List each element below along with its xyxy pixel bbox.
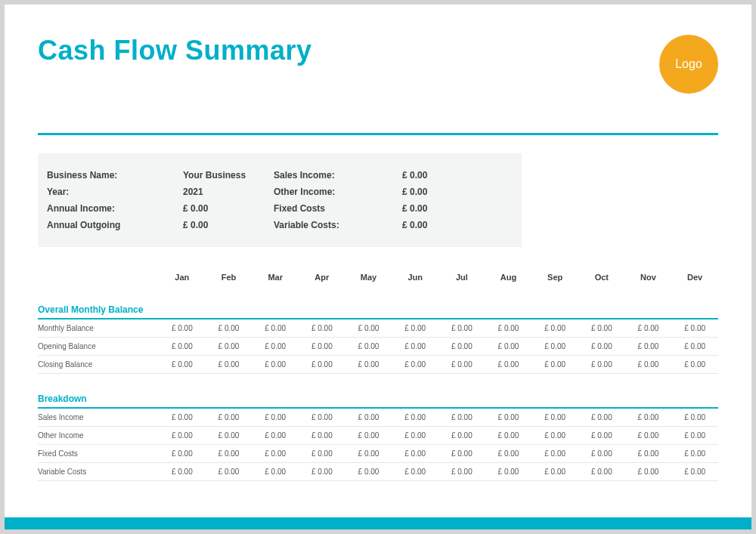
cell: £ 0.00 (299, 468, 345, 476)
month-oct: Oct (578, 273, 625, 282)
cell: £ 0.00 (299, 342, 345, 350)
cell: £ 0.00 (531, 468, 578, 476)
row-label: Opening Balance (38, 342, 159, 350)
cell: £ 0.00 (159, 342, 206, 350)
cell: £ 0.00 (485, 431, 532, 440)
cell: £ 0.00 (252, 468, 299, 476)
cell: £ 0.00 (485, 360, 532, 369)
cell: £ 0.00 (392, 360, 438, 369)
cell: £ 0.00 (578, 431, 625, 440)
cell: £ 0.00 (578, 413, 625, 421)
cell: £ 0.00 (625, 468, 672, 476)
cell: £ 0.00 (392, 413, 438, 421)
cell: £ 0.00 (345, 342, 392, 350)
annual-outgoing-value: £ 0.00 (183, 220, 274, 230)
month-header-blank (38, 273, 159, 282)
cell: £ 0.00 (252, 431, 299, 440)
cell: £ 0.00 (299, 413, 345, 421)
divider-top (38, 133, 718, 135)
annual-income-value: £ 0.00 (183, 203, 274, 214)
summary-grid: Business Name: Your Business Sales Incom… (47, 170, 507, 230)
month-jul: Jul (438, 273, 485, 282)
month-aug: Aug (485, 273, 532, 282)
sales-income-value: £ 0.00 (402, 170, 493, 181)
cell: £ 0.00 (252, 342, 299, 350)
cell: £ 0.00 (578, 449, 625, 458)
logo-text: Logo (675, 57, 702, 71)
month-dev: Dev (671, 273, 718, 282)
cell: £ 0.00 (531, 413, 578, 421)
summary-panel: Business Name: Your Business Sales Incom… (38, 153, 522, 247)
business-name-label: Business Name: (47, 170, 183, 181)
month-header-row: Jan Feb Mar Apr May Jun Jul Aug Sep Oct … (38, 273, 718, 282)
cell: £ 0.00 (578, 468, 625, 476)
annual-outgoing-label: Annual Outgoing (47, 220, 183, 230)
cell: £ 0.00 (206, 431, 253, 440)
sales-income-label: Sales Income: (274, 170, 402, 181)
month-mar: Mar (252, 273, 299, 282)
cell: £ 0.00 (206, 413, 253, 421)
cell: £ 0.00 (206, 449, 253, 458)
cell: £ 0.00 (392, 468, 438, 476)
table-row: Monthly Balance £ 0.00£ 0.00£ 0.00£ 0.00… (38, 319, 718, 338)
cell: £ 0.00 (578, 360, 625, 369)
cell: £ 0.00 (531, 449, 578, 458)
cell: £ 0.00 (578, 324, 625, 332)
cell: £ 0.00 (485, 342, 532, 350)
cell: £ 0.00 (625, 324, 672, 332)
month-nov: Nov (625, 273, 672, 282)
cell: £ 0.00 (438, 431, 485, 440)
cell: £ 0.00 (159, 449, 206, 458)
cell: £ 0.00 (159, 360, 206, 369)
section-breakdown-title: Breakdown (38, 394, 718, 409)
cell: £ 0.00 (531, 342, 578, 350)
cell: £ 0.00 (345, 324, 392, 332)
fixed-costs-label: Fixed Costs (274, 203, 402, 214)
row-label: Other Income (38, 431, 159, 440)
cell: £ 0.00 (438, 342, 485, 350)
cell: £ 0.00 (671, 413, 718, 421)
fixed-costs-value: £ 0.00 (402, 203, 493, 214)
cell: £ 0.00 (206, 342, 253, 350)
cell: £ 0.00 (206, 324, 253, 332)
table-row: Sales Income £ 0.00£ 0.00£ 0.00£ 0.00£ 0… (38, 409, 718, 427)
cell: £ 0.00 (671, 449, 718, 458)
cell: £ 0.00 (299, 360, 345, 369)
cell: £ 0.00 (625, 413, 672, 421)
table-row: Closing Balance £ 0.00£ 0.00£ 0.00£ 0.00… (38, 356, 718, 374)
business-name-value: Your Business (183, 170, 274, 181)
year-value: 2021 (183, 187, 274, 197)
cell: £ 0.00 (252, 449, 299, 458)
cell: £ 0.00 (438, 449, 485, 458)
cell: £ 0.00 (299, 431, 345, 440)
cell: £ 0.00 (625, 449, 672, 458)
cell: £ 0.00 (578, 342, 625, 350)
document-page: Cash Flow Summary Logo Business Name: Yo… (5, 5, 751, 529)
annual-income-label: Annual Income: (47, 203, 183, 214)
cell: £ 0.00 (159, 413, 206, 421)
cell: £ 0.00 (345, 360, 392, 369)
cell: £ 0.00 (485, 449, 532, 458)
footer-accent-bar (5, 517, 751, 529)
table-row: Variable Costs £ 0.00£ 0.00£ 0.00£ 0.00£… (38, 463, 718, 481)
month-jan: Jan (159, 273, 206, 282)
cell: £ 0.00 (485, 324, 532, 332)
month-feb: Feb (206, 273, 253, 282)
cell: £ 0.00 (392, 342, 438, 350)
cell: £ 0.00 (392, 449, 438, 458)
page-title: Cash Flow Summary (38, 35, 312, 66)
header: Cash Flow Summary Logo (38, 35, 718, 94)
cell: £ 0.00 (438, 468, 485, 476)
other-income-label: Other Income: (274, 187, 402, 197)
month-jun: Jun (392, 273, 438, 282)
cell: £ 0.00 (206, 468, 253, 476)
month-may: May (345, 273, 392, 282)
cell: £ 0.00 (531, 324, 578, 332)
cell: £ 0.00 (299, 449, 345, 458)
logo-circle: Logo (659, 35, 718, 94)
month-apr: Apr (299, 273, 345, 282)
year-label: Year: (47, 187, 183, 197)
cell: £ 0.00 (671, 342, 718, 350)
row-label: Variable Costs (38, 468, 159, 476)
cell: £ 0.00 (159, 431, 206, 440)
